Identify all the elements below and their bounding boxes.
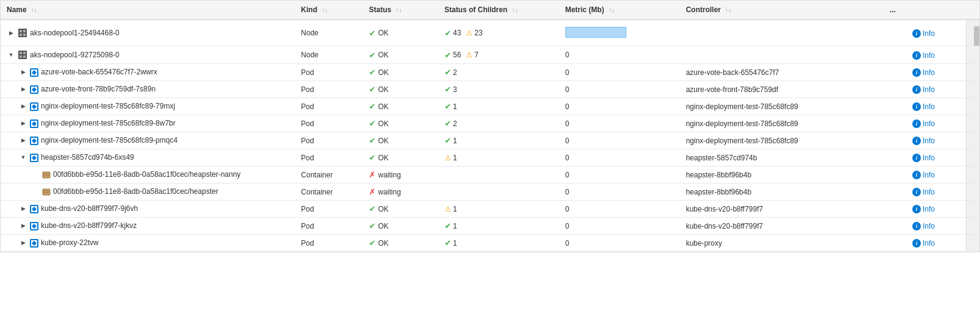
table-row: ▶ aks-nodepool1-25494468-0Node✔ OK✔ 43⚠ …	[1, 20, 979, 46]
sort-icon-kind: ↑↓	[322, 7, 328, 13]
expand-button[interactable]: ▶	[19, 85, 27, 93]
info-cell[interactable]: i Info	[906, 235, 967, 252]
scrollbar-thumb[interactable]	[974, 26, 979, 46]
info-link[interactable]: i Info	[912, 222, 935, 230]
scrollbar-cell	[967, 64, 979, 81]
dots-cell	[884, 20, 906, 46]
resource-name: nginx-deployment-test-785c68fc89-79mxj	[41, 102, 175, 110]
table-row: ▶ azure-vote-back-655476c7f7-2wwrxPod✔ O…	[1, 64, 979, 81]
metric-bar	[565, 27, 626, 38]
expand-button[interactable]: ▶	[19, 204, 27, 213]
children-status-cell: ✔ 1	[438, 132, 559, 149]
pod-icon-cell	[30, 102, 38, 111]
children-ok-count: ✔ 43	[445, 29, 461, 38]
children-status-cell	[438, 184, 559, 201]
pod-icon	[30, 222, 38, 230]
children-status-cell: ✔ 2	[438, 64, 559, 81]
col-header-status[interactable]: Status ↑↓	[363, 1, 438, 20]
controller-cell: nginx-deployment-test-785c68fc89	[680, 132, 884, 149]
children-check-icon: ✔	[445, 29, 451, 38]
table-row: ▼ heapster-5857cd974b-6xs49Pod✔ OK⚠ 10he…	[1, 149, 979, 166]
status-ok: ✔ OK	[369, 102, 388, 111]
expand-button[interactable]: ▶	[19, 221, 27, 230]
scrollbar-cell	[967, 218, 979, 235]
expand-button[interactable]: ▶	[19, 119, 27, 127]
svg-rect-1	[20, 30, 22, 32]
svg-marker-31	[32, 224, 37, 229]
col-header-info	[906, 1, 967, 20]
name-content: ▶ nginx-deployment-test-785c68fc89-79mxj	[7, 102, 289, 111]
info-link[interactable]: i Info	[912, 119, 935, 128]
info-cell[interactable]: i Info	[906, 184, 967, 201]
info-link[interactable]: i Info	[912, 68, 935, 77]
svg-rect-7	[23, 52, 26, 54]
info-cell[interactable]: i Info	[906, 20, 967, 46]
expand-button[interactable]: ▶	[7, 29, 15, 37]
info-cell[interactable]: i Info	[906, 132, 967, 149]
info-link[interactable]: i Info	[912, 51, 935, 60]
col-header-controller[interactable]: Controller ↑↓	[680, 1, 884, 20]
col-header-metric[interactable]: Metric (Mb) ↑↓	[559, 1, 680, 20]
sort-icon-name: ↑↓	[31, 7, 37, 13]
table-row: ▶ azure-vote-front-78b9c759df-7s89nPod✔ …	[1, 81, 979, 98]
table-row: ▶ kube-proxy-22tvwPod✔ OK✔ 10kube-proxyi…	[1, 235, 979, 252]
info-cell[interactable]: i Info	[906, 201, 967, 218]
metric-value: 0	[565, 154, 570, 162]
status-ok: ✔ OK	[369, 119, 388, 128]
scrollbar-cell	[967, 132, 979, 149]
info-link[interactable]: i Info	[912, 102, 935, 111]
status-cell: ✔ OK	[363, 20, 438, 46]
controller-cell: heapster-8bbf96b4b	[680, 184, 884, 201]
col-header-kind[interactable]: Kind ↑↓	[295, 1, 363, 20]
info-icon: i	[912, 205, 921, 213]
kind-cell: Container	[295, 184, 363, 201]
info-cell[interactable]: i Info	[906, 149, 967, 166]
children-check-icon: ✔	[445, 51, 451, 60]
info-link[interactable]: i Info	[912, 205, 935, 213]
dots-cell	[884, 64, 906, 81]
info-cell[interactable]: i Info	[906, 64, 967, 81]
info-cell[interactable]: i Info	[906, 98, 967, 115]
cross-icon: ✗	[369, 170, 376, 179]
info-link[interactable]: i Info	[912, 171, 935, 179]
name-cell: ▶ azure-vote-front-78b9c759df-7s89n	[1, 81, 295, 98]
info-link[interactable]: i Info	[912, 188, 935, 196]
dots-cell	[884, 184, 906, 201]
expand-button[interactable]: ▶	[19, 136, 27, 144]
resource-table: Name ↑↓ Kind ↑↓ Status ↑↓ Status of Chil…	[1, 1, 979, 252]
status-cell: ✗ waiting	[363, 166, 438, 184]
cross-icon: ✗	[369, 187, 376, 196]
resource-name: azure-vote-back-655476c7f7-2wwrx	[41, 68, 157, 76]
expand-button[interactable]: ▶	[19, 68, 27, 76]
info-cell[interactable]: i Info	[906, 115, 967, 132]
info-link[interactable]: i Info	[912, 239, 935, 248]
status-ok: ✔ OK	[369, 153, 388, 162]
info-link[interactable]: i Info	[912, 85, 935, 94]
pod-icon-cell	[30, 153, 38, 162]
col-header-name[interactable]: Name ↑↓	[1, 1, 295, 20]
collapse-button[interactable]: ▼	[19, 153, 27, 162]
name-content: ▼ heapster-5857cd974b-6xs49	[7, 153, 289, 162]
scrollbar-cell	[967, 166, 979, 184]
info-link[interactable]: i Info	[912, 137, 935, 145]
children-check-icon: ✔	[445, 238, 451, 248]
dots-cell	[884, 115, 906, 132]
check-icon: ✔	[369, 68, 376, 77]
info-cell[interactable]: i Info	[906, 218, 967, 235]
metric-value: 0	[565, 137, 570, 145]
collapse-button[interactable]: ▼	[7, 51, 15, 59]
expand-button[interactable]: ▶	[19, 238, 27, 247]
scrollbar-track[interactable]	[973, 24, 979, 42]
metric-cell: 0	[559, 235, 680, 252]
children-status-cell: ✔ 3	[438, 81, 559, 98]
info-cell[interactable]: i Info	[906, 81, 967, 98]
kind-cell: Node	[295, 46, 363, 64]
info-link[interactable]: i Info	[912, 154, 935, 162]
expand-button[interactable]: ▶	[19, 102, 27, 110]
children-status-cell: ✔ 1	[438, 218, 559, 235]
info-cell[interactable]: i Info	[906, 166, 967, 184]
status-cell: ✗ waiting	[363, 184, 438, 201]
info-link[interactable]: i Info	[912, 29, 935, 38]
col-header-children[interactable]: Status of Children ↑↓	[438, 1, 559, 20]
info-cell[interactable]: i Info	[906, 46, 967, 64]
